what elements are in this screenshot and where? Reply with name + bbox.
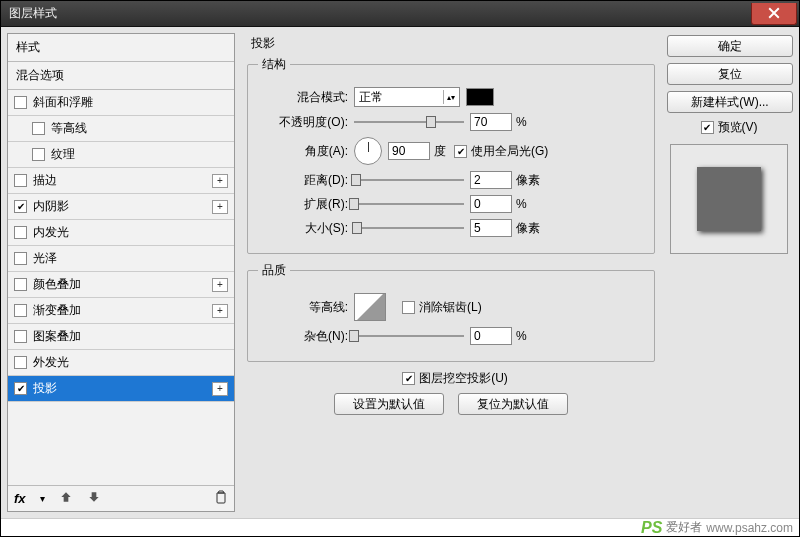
distance-slider[interactable] [354,173,464,187]
label: 内发光 [33,224,69,241]
move-up-icon[interactable] [59,490,73,507]
item-contour[interactable]: 等高线 [8,116,234,142]
plus-icon[interactable]: + [212,382,228,396]
size-input[interactable]: 5 [470,219,512,237]
size-slider[interactable] [354,221,464,235]
cancel-button[interactable]: 复位 [667,63,793,85]
action-column: 确定 复位 新建样式(W)... 预览(V) [663,27,799,518]
label: 纹理 [51,146,75,163]
angle-label: 角度(A): [258,143,348,160]
trash-icon[interactable] [214,490,228,507]
angle-unit: 度 [434,143,446,160]
structure-group: 结构 混合模式: 正常 ▴▾ 不透明度(O): 70 % 角度(A) [247,56,655,254]
antialias-label: 消除锯齿(L) [419,299,482,316]
size-label: 大小(S): [258,220,348,237]
item-drop-shadow[interactable]: 投影+ [8,376,234,402]
logo-ps: PS [641,519,662,537]
title-bar: 图层样式 [1,1,799,27]
checkbox[interactable] [32,148,45,161]
plus-icon[interactable]: + [212,174,228,188]
logo-url: www.psahz.com [706,521,793,535]
checkbox[interactable] [14,96,27,109]
blend-mode-select[interactable]: 正常 ▴▾ [354,87,460,107]
item-bevel[interactable]: 斜面和浮雕 [8,90,234,116]
checkbox[interactable] [14,226,27,239]
new-style-button[interactable]: 新建样式(W)... [667,91,793,113]
label: 渐变叠加 [33,302,81,319]
distance-input[interactable]: 2 [470,171,512,189]
checkbox[interactable] [14,174,27,187]
plus-icon[interactable]: + [212,278,228,292]
checkbox[interactable] [32,122,45,135]
move-down-icon[interactable] [87,490,101,507]
item-satin[interactable]: 光泽 [8,246,234,272]
list-footer: fx ▾ [8,485,234,511]
spread-slider[interactable] [354,197,464,211]
angle-dial[interactable] [354,137,382,165]
chevron-updown-icon: ▴▾ [443,90,457,104]
opacity-input[interactable]: 70 [470,113,512,131]
item-inner-glow[interactable]: 内发光 [8,220,234,246]
blend-mode-label: 混合模式: [258,89,348,106]
color-swatch[interactable] [466,88,494,106]
item-outer-glow[interactable]: 外发光 [8,350,234,376]
close-button[interactable] [751,3,797,25]
global-light-checkbox[interactable] [454,145,467,158]
checkbox[interactable] [14,330,27,343]
preview-box [670,144,788,254]
knockout-checkbox[interactable] [402,372,415,385]
checkbox[interactable] [14,252,27,265]
label: 外发光 [33,354,69,371]
item-inner-shadow[interactable]: 内阴影+ [8,194,234,220]
checkbox[interactable] [14,200,27,213]
logo-text: 爱好者 [666,519,702,536]
item-color-overlay[interactable]: 颜色叠加+ [8,272,234,298]
antialias-checkbox[interactable] [402,301,415,314]
knockout-label: 图层挖空投影(U) [419,370,508,387]
settings-panel: 投影 结构 混合模式: 正常 ▴▾ 不透明度(O): 70 % [239,27,663,518]
checkbox[interactable] [14,278,27,291]
spread-label: 扩展(R): [258,196,348,213]
watermark-bar: PS 爱好者 www.psahz.com [1,518,799,536]
plus-icon[interactable]: + [212,304,228,318]
window-title: 图层样式 [9,5,57,22]
quality-group: 品质 等高线: 消除锯齿(L) 杂色(N): 0 % [247,262,655,362]
checkbox[interactable] [14,304,27,317]
plus-icon[interactable]: + [212,200,228,214]
blend-options-header[interactable]: 混合选项 [8,62,234,90]
contour-picker[interactable] [354,293,386,321]
opacity-label: 不透明度(O): [258,114,348,131]
label: 描边 [33,172,57,189]
spread-input[interactable]: 0 [470,195,512,213]
noise-label: 杂色(N): [258,328,348,345]
label: 斜面和浮雕 [33,94,93,111]
opacity-slider[interactable] [354,115,464,129]
ok-button[interactable]: 确定 [667,35,793,57]
item-stroke[interactable]: 描边+ [8,168,234,194]
noise-input[interactable]: 0 [470,327,512,345]
noise-unit: % [516,329,527,343]
item-pattern-overlay[interactable]: 图案叠加 [8,324,234,350]
fx-icon[interactable]: fx [14,491,26,506]
spread-unit: % [516,197,527,211]
item-gradient-overlay[interactable]: 渐变叠加+ [8,298,234,324]
item-texture[interactable]: 纹理 [8,142,234,168]
style-list: 样式 混合选项 斜面和浮雕 等高线 纹理 描边+ 内阴影+ 内发光 光泽 颜色叠… [7,33,235,512]
label: 投影 [33,380,57,397]
preview-label: 预览(V) [718,119,758,136]
preview-swatch [697,167,761,231]
reset-default-button[interactable]: 复位为默认值 [458,393,568,415]
contour-label: 等高线: [258,299,348,316]
preview-checkbox[interactable] [701,121,714,134]
styles-header[interactable]: 样式 [8,34,234,62]
set-default-button[interactable]: 设置为默认值 [334,393,444,415]
label: 颜色叠加 [33,276,81,293]
angle-input[interactable]: 90 [388,142,430,160]
checkbox[interactable] [14,356,27,369]
label: 内阴影 [33,198,69,215]
noise-slider[interactable] [354,329,464,343]
checkbox[interactable] [14,382,27,395]
size-unit: 像素 [516,220,540,237]
structure-legend: 结构 [258,56,290,73]
chevron-down-icon[interactable]: ▾ [40,493,45,504]
